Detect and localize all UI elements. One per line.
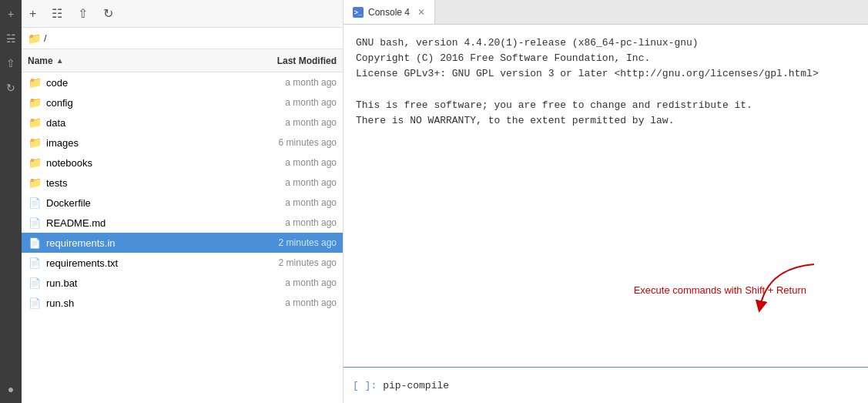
- console-tab-label: Console 4: [368, 7, 410, 18]
- folder-icon: 📁: [28, 76, 42, 89]
- upload-icon[interactable]: ⇧: [3, 55, 18, 71]
- new-folder-icon[interactable]: +: [3, 6, 18, 22]
- file-list: 📁 code a month ago 📁 config a month ago …: [22, 72, 343, 403]
- tab-bar: >_ Console 4 ✕: [344, 0, 868, 25]
- refresh-icon[interactable]: ↻: [3, 80, 18, 96]
- file-row[interactable]: 📄 run.sh a month ago: [22, 293, 343, 313]
- file-name: notebooks: [46, 157, 244, 169]
- file-modified: a month ago: [244, 157, 337, 168]
- new-file-button[interactable]: ☷: [50, 5, 64, 22]
- upload-button[interactable]: ⇧: [76, 5, 89, 22]
- folder-icon: 📁: [28, 136, 42, 149]
- file-name: data: [46, 117, 244, 129]
- file-row[interactable]: 📁 images 6 minutes ago: [22, 133, 343, 153]
- file-name: run.bat: [46, 277, 244, 289]
- input-prompt: [ ]:: [353, 380, 377, 391]
- file-name: code: [46, 77, 244, 89]
- file-modified: a month ago: [244, 297, 337, 308]
- file-row[interactable]: 📄 requirements.in 2 minutes ago: [22, 233, 343, 253]
- file-row[interactable]: 📄 requirements.txt 2 minutes ago: [22, 253, 343, 273]
- terminal-input[interactable]: [383, 380, 859, 391]
- file-row[interactable]: 📄 README.md a month ago: [22, 213, 343, 233]
- folder-icon: 📁: [28, 176, 42, 190]
- file-icon: 📄: [28, 296, 42, 310]
- file-row[interactable]: 📄 run.bat a month ago: [22, 273, 343, 293]
- new-folder-button[interactable]: +: [28, 5, 38, 22]
- file-modified: a month ago: [244, 277, 337, 288]
- file-modified: 6 minutes ago: [244, 137, 337, 148]
- file-icon: 📄: [28, 236, 42, 250]
- file-modified: a month ago: [244, 97, 337, 108]
- folder-icon: 📁: [28, 32, 41, 45]
- folder-icon: 📁: [28, 156, 42, 170]
- file-row[interactable]: 📁 tests a month ago: [22, 173, 343, 193]
- file-name: run.sh: [46, 297, 244, 309]
- file-icon: 📄: [28, 216, 42, 230]
- file-row[interactable]: 📁 config a month ago: [22, 92, 343, 113]
- file-modified: a month ago: [244, 77, 337, 88]
- column-headers: Name ▲ Last Modified: [22, 49, 343, 72]
- file-row[interactable]: 📄 Dockerfile a month ago: [22, 193, 343, 213]
- folder-icon: 📁: [28, 116, 42, 129]
- terminal-input-row: [ ]:: [344, 368, 868, 403]
- breadcrumb: 📁 /: [22, 28, 343, 49]
- tab-close-button[interactable]: ✕: [417, 7, 425, 18]
- terminal-output: GNU bash, version 4.4.20(1)-release (x86…: [344, 25, 868, 367]
- file-modified: a month ago: [244, 117, 337, 128]
- file-modified: a month ago: [244, 177, 337, 188]
- file-name: Dockerfile: [46, 197, 244, 209]
- file-browser-panel: + ☷ ⇧ ↻ 📁 / Name ▲ Last Modified 📁 code …: [22, 0, 344, 403]
- file-toolbar: + ☷ ⇧ ↻: [22, 0, 343, 28]
- file-icon: 📄: [28, 256, 42, 270]
- left-sidebar: + ☵ ⇧ ↻ ●: [0, 0, 22, 403]
- file-name: requirements.in: [46, 237, 244, 249]
- file-icon: 📄: [28, 276, 42, 290]
- breadcrumb-root[interactable]: /: [44, 32, 47, 44]
- modified-column-header[interactable]: Last Modified: [244, 55, 337, 66]
- console-tab[interactable]: >_ Console 4 ✕: [344, 0, 435, 24]
- sort-arrow-icon: ▲: [56, 56, 64, 65]
- new-file-icon[interactable]: ☵: [3, 31, 18, 46]
- file-modified: a month ago: [244, 217, 337, 228]
- file-modified: a month ago: [244, 197, 337, 208]
- folder-icon: 📁: [28, 96, 42, 109]
- file-row[interactable]: 📁 code a month ago: [22, 72, 343, 92]
- file-name: README.md: [46, 217, 244, 229]
- file-modified: 2 minutes ago: [244, 257, 337, 268]
- file-row[interactable]: 📁 notebooks a month ago: [22, 153, 343, 173]
- file-row[interactable]: 📁 data a month ago: [22, 113, 343, 133]
- refresh-button[interactable]: ↻: [102, 5, 115, 22]
- file-name: config: [46, 97, 244, 109]
- palette-icon[interactable]: ●: [3, 381, 18, 397]
- file-modified: 2 minutes ago: [244, 237, 337, 248]
- file-name: requirements.txt: [46, 257, 244, 269]
- console-tab-icon: >_: [353, 7, 364, 18]
- file-name: images: [46, 137, 244, 149]
- file-name: tests: [46, 177, 244, 189]
- file-icon: 📄: [28, 196, 42, 210]
- terminal-panel: >_ Console 4 ✕ GNU bash, version 4.4.20(…: [344, 0, 868, 403]
- name-column-header[interactable]: Name ▲: [28, 55, 244, 66]
- terminal-text: GNU bash, version 4.4.20(1)-release (x86…: [356, 35, 856, 129]
- execute-hint-arrow: [752, 260, 822, 314]
